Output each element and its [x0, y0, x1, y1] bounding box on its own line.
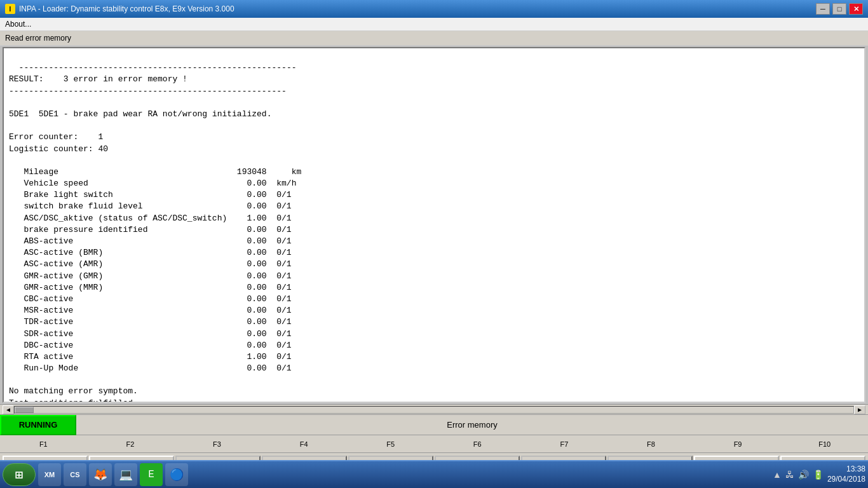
taskbar-network-icon[interactable]: 💻 [114, 463, 137, 486]
app-icon: I [5, 4, 15, 14]
clock-time: 13:38 [827, 464, 865, 475]
header-text: Read error memory [5, 34, 71, 43]
status-bar: RUNNING Error memory [0, 414, 868, 435]
windows-logo-icon: ⊞ [15, 467, 23, 483]
error-memory-output: ----------------------------------------… [3, 47, 865, 403]
clock-date: 29/04/2018 [827, 475, 865, 485]
maximize-button[interactable]: □ [832, 3, 846, 15]
header-label: Read error memory [0, 31, 868, 46]
fkey-f5-label: F5 [347, 440, 434, 448]
taskbar-xm-icon[interactable]: XM [38, 463, 61, 486]
clock: 13:38 29/04/2018 [827, 464, 865, 484]
fkey-f4-label: F4 [261, 440, 348, 448]
horizontal-scrollbar[interactable] [14, 406, 854, 414]
close-button[interactable]: ✕ [849, 3, 863, 15]
taskbar-right: ▲ 🖧 🔊 🔋 13:38 29/04/2018 [773, 464, 865, 484]
fkey-f2-label: F2 [87, 440, 174, 448]
battery-icon: 🔋 [813, 470, 824, 480]
content-text: ----------------------------------------… [9, 63, 301, 403]
fkey-f7-label: F7 [521, 440, 608, 448]
status-label: Error memory [76, 420, 868, 430]
scrollbar-area: ◀ ▶ [0, 404, 868, 414]
minimize-button[interactable]: ─ [816, 3, 830, 15]
titlebar-title: INPA - Loader: Dynamic stability control… [19, 4, 234, 13]
fkey-f9-label: F9 [695, 440, 782, 448]
scroll-left-button[interactable]: ◀ [3, 405, 14, 414]
fkey-f6-label: F6 [434, 440, 521, 448]
taskbar-green-icon[interactable]: E [140, 463, 163, 486]
taskbar-bmw-icon[interactable]: 🔵 [165, 463, 188, 486]
scroll-right-button[interactable]: ▶ [854, 405, 865, 414]
running-badge: RUNNING [0, 415, 76, 435]
e-icon: E [148, 469, 154, 480]
titlebar: I INPA - Loader: Dynamic stability contr… [0, 0, 868, 18]
volume-icon: 🔊 [798, 470, 809, 480]
fkey-label-row: F1 F2 F3 F4 F5 F6 F7 F8 F9 F10 [0, 435, 868, 452]
fkey-f10-label: F10 [781, 440, 868, 448]
taskbar-cs-icon[interactable]: CS [64, 463, 86, 486]
about-menu[interactable]: About... [5, 20, 31, 29]
fkey-f1-label: F1 [0, 440, 87, 448]
network-sys-icon: 🖧 [785, 470, 794, 480]
menubar: About... [0, 18, 868, 31]
fkey-f8-label: F8 [607, 440, 695, 448]
taskbar-firefox-icon[interactable]: 🦊 [89, 463, 112, 486]
titlebar-left: I INPA - Loader: Dynamic stability contr… [5, 4, 234, 14]
taskbar: ⊞ XM CS 🦊 💻 E 🔵 ▲ 🖧 🔊 🔋 13:38 29/04/2018 [0, 460, 868, 488]
fkey-f3-label: F3 [173, 440, 261, 448]
start-button[interactable]: ⊞ [3, 463, 36, 486]
arrow-up-icon: ▲ [773, 470, 782, 480]
titlebar-controls: ─ □ ✕ [816, 3, 863, 15]
